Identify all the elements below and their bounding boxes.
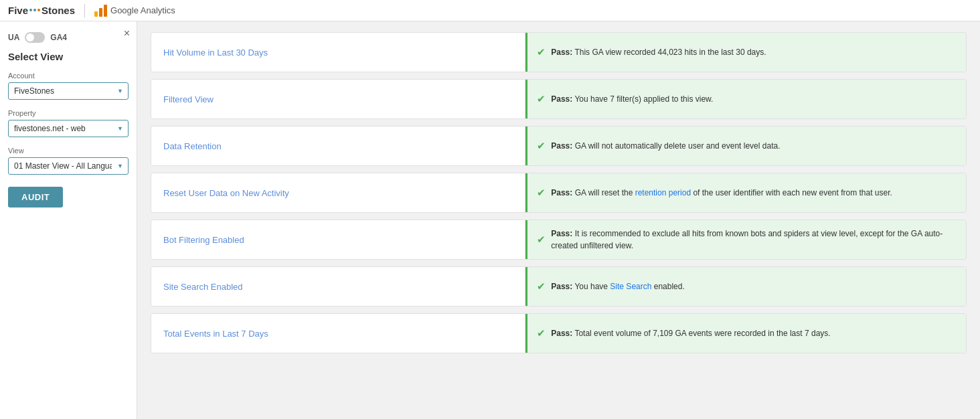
view-select[interactable]: 01 Master View - All Languages [8,157,129,175]
ua-ga4-toggle-row: UA GA4 [8,32,129,43]
header: Five Stones Google Analytics [0,0,980,21]
google-analytics-logo: Google Analytics [94,5,175,17]
pass-icon: ✔ [537,92,546,107]
audit-label-total-events: Total Events in Last 7 Days [151,314,525,353]
property-label: Property [8,109,129,117]
audit-row: Bot Filtering Enabled ✔ Pass: It is reco… [151,220,967,260]
fivestones-text-2: Stones [42,5,75,16]
main-layout: × UA GA4 Select View Account FiveStones … [0,21,980,419]
result-text: Pass: This GA view recorded 44,023 hits … [551,46,766,58]
property-select[interactable]: fivestones.net - web [8,120,129,137]
ga4-label: GA4 [50,33,67,42]
audit-result-hit-volume: ✔ Pass: This GA view recorded 44,023 hit… [525,33,966,72]
fivestones-text: Five [8,5,28,16]
pass-icon: ✔ [537,45,546,60]
audit-button[interactable]: AUDIT [8,187,63,207]
result-text: Pass: GA will reset the retention period… [551,187,892,199]
audit-label-bot-filtering: Bot Filtering Enabled [151,220,525,259]
audit-result-data-retention: ✔ Pass: GA will not automatically delete… [525,127,966,165]
audit-result-filtered-view: ✔ Pass: You have 7 filter(s) applied to … [525,80,966,118]
pass-icon: ✔ [537,279,546,295]
fs-dot-2 [33,9,36,11]
audit-row: Hit Volume in Last 30 Days ✔ Pass: This … [151,32,967,72]
audit-result-bot-filtering: ✔ Pass: It is recommended to exclude all… [525,220,966,259]
pass-icon: ✔ [537,326,546,341]
audit-label-reset-user-data: Reset User Data on New Activity [151,173,525,212]
account-select[interactable]: FiveStones [8,82,129,100]
account-select-wrapper: FiveStones [8,82,129,100]
audit-label-hit-volume: Hit Volume in Last 30 Days [151,33,525,72]
pass-icon: ✔ [537,185,546,201]
result-text: Pass: It is recommended to exclude all h… [551,228,957,252]
close-button[interactable]: × [124,28,130,39]
view-label: View [8,147,129,155]
site-search-link[interactable]: Site Search [610,282,651,291]
audit-result-reset-user-data: ✔ Pass: GA will reset the retention peri… [525,173,966,212]
audit-row: Data Retention ✔ Pass: GA will not autom… [151,126,967,166]
property-select-wrapper: fivestones.net - web [8,120,129,137]
pass-icon: ✔ [537,139,546,154]
ga-bar-3 [104,5,107,17]
result-text: Pass: You have Site Search enabled. [551,280,685,292]
main-content: Hit Volume in Last 30 Days ✔ Pass: This … [137,21,980,419]
ga-bar-1 [94,11,98,17]
view-select-wrapper: 01 Master View - All Languages [8,157,129,175]
ga-bar-chart-icon [94,5,107,17]
ga-label: Google Analytics [110,5,175,15]
audit-label-filtered-view: Filtered View [151,80,525,118]
audit-row: Reset User Data on New Activity ✔ Pass: … [151,173,967,213]
fivestones-logo: Five Stones [8,5,75,16]
fs-dot-3 [37,9,40,11]
result-text: Pass: You have 7 filter(s) applied to th… [551,93,713,105]
ga-bar-2 [99,8,102,17]
audit-result-total-events: ✔ Pass: Total event volume of 7,109 GA e… [525,314,966,353]
retention-period-link[interactable]: retention period [635,188,691,197]
audit-row: Site Search Enabled ✔ Pass: You have Sit… [151,266,967,307]
result-text: Pass: GA will not automatically delete u… [551,140,780,152]
result-text: Pass: Total event volume of 7,109 GA eve… [551,327,830,339]
fs-dot-1 [29,9,32,11]
audit-label-data-retention: Data Retention [151,127,525,165]
ua-label: UA [8,33,19,42]
ua-ga4-toggle[interactable] [25,32,45,43]
audit-row: Filtered View ✔ Pass: You have 7 filter(… [151,79,967,119]
audit-row: Total Events in Last 7 Days ✔ Pass: Tota… [151,313,967,353]
audit-result-site-search: ✔ Pass: You have Site Search enabled. [525,267,966,306]
sidebar: × UA GA4 Select View Account FiveStones … [0,21,137,419]
select-view-title: Select View [8,51,129,62]
fivestones-dots [29,9,40,11]
audit-label-site-search: Site Search Enabled [151,267,525,306]
pass-icon: ✔ [537,232,546,248]
header-divider [84,4,85,17]
account-label: Account [8,72,129,80]
